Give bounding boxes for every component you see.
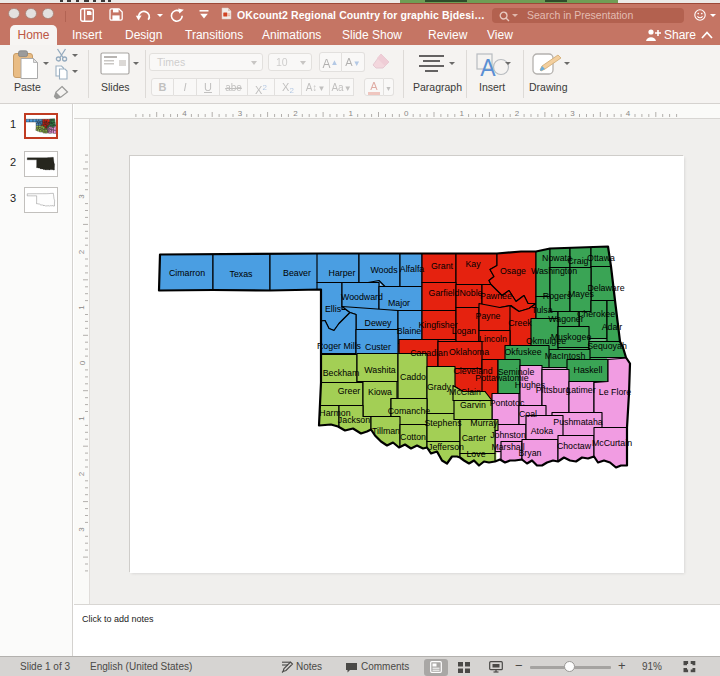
svg-text:3: 3 [238, 109, 243, 118]
svg-text:Osage: Osage [500, 266, 526, 276]
svg-text:Woodward: Woodward [341, 292, 383, 302]
svg-text:Oklahoma: Oklahoma [449, 347, 489, 357]
svg-text:Okfuskee: Okfuskee [504, 347, 541, 357]
svg-text:Sequoyah: Sequoyah [587, 341, 627, 351]
svg-text:Harper: Harper [329, 268, 356, 278]
svg-text:0: 0 [404, 109, 409, 118]
svg-text:3: 3 [78, 527, 87, 532]
svg-text:Tillman: Tillman [372, 426, 400, 436]
svg-text:Ottawa: Ottawa [587, 253, 615, 263]
svg-text:1: 1 [459, 109, 464, 118]
svg-text:MacIntosh: MacIntosh [545, 351, 586, 361]
svg-text:3: 3 [570, 109, 575, 118]
svg-text:Stephens: Stephens [424, 418, 462, 428]
svg-text:Johnston: Johnston [490, 430, 526, 440]
svg-text:Pushmataha: Pushmataha [553, 417, 602, 427]
svg-text:3: 3 [78, 194, 87, 199]
svg-text:Dewey: Dewey [365, 318, 392, 328]
svg-text:Alfalfa: Alfalfa [400, 264, 425, 274]
svg-text:Ellis: Ellis [325, 304, 342, 314]
svg-text:1: 1 [349, 109, 354, 118]
svg-text:Grant: Grant [431, 261, 454, 271]
svg-text:Choctaw: Choctaw [557, 441, 592, 451]
svg-text:Roger Mills: Roger Mills [317, 341, 362, 351]
svg-text:Canadian: Canadian [410, 348, 448, 358]
svg-text:Lincoln: Lincoln [479, 334, 507, 344]
svg-text:Beckham: Beckham [323, 368, 360, 378]
svg-text:Logan: Logan [452, 326, 477, 336]
svg-text:Bryan: Bryan [519, 448, 542, 458]
svg-text:Custer: Custer [365, 342, 391, 352]
svg-text:4: 4 [182, 109, 187, 118]
svg-text:Texas: Texas [230, 268, 254, 278]
svg-text:Cimarron: Cimarron [169, 268, 205, 278]
svg-text:Pawnee: Pawnee [480, 291, 512, 301]
svg-text:Kiowa: Kiowa [368, 387, 392, 397]
svg-text:Grady: Grady [427, 382, 452, 392]
svg-text:Garfield: Garfield [429, 288, 460, 298]
svg-text:Payne: Payne [476, 311, 501, 321]
svg-text:Jefferson: Jefferson [428, 442, 464, 452]
svg-text:Craig: Craig [567, 256, 588, 266]
svg-text:Caddo: Caddo [400, 372, 426, 382]
svg-text:Woods: Woods [370, 265, 398, 275]
svg-text:Washita: Washita [364, 365, 396, 375]
svg-text:Adair: Adair [602, 322, 623, 332]
svg-text:Atoka: Atoka [531, 426, 554, 436]
svg-text:Beaver: Beaver [283, 268, 311, 278]
svg-text:2: 2 [515, 109, 520, 118]
svg-text:Haskell: Haskell [574, 365, 603, 375]
svg-text:Greer: Greer [338, 386, 361, 396]
svg-text:Latimer: Latimer [566, 385, 595, 395]
svg-text:0: 0 [78, 360, 87, 365]
svg-text:Washington: Washington [531, 266, 577, 276]
svg-text:A: A [480, 55, 496, 78]
svg-text:Major: Major [388, 298, 410, 308]
svg-text:Love: Love [466, 449, 485, 459]
svg-text:2: 2 [78, 249, 87, 254]
svg-text:McCurtain: McCurtain [592, 438, 632, 448]
svg-text:1: 1 [78, 416, 87, 421]
svg-text:2: 2 [293, 109, 298, 118]
svg-text:Wagoner: Wagoner [548, 314, 583, 324]
svg-text:Coal: Coal [519, 409, 537, 419]
svg-text:Garvin: Garvin [460, 400, 486, 410]
svg-text:Creek: Creek [508, 318, 532, 328]
svg-text:Cotton: Cotton [400, 432, 426, 442]
svg-text:McClain: McClain [449, 387, 481, 397]
svg-text:Comanche: Comanche [388, 406, 431, 416]
svg-text:Pontotoc: Pontotoc [490, 398, 525, 408]
svg-text:Jackson: Jackson [338, 415, 370, 425]
svg-text:4: 4 [626, 109, 631, 118]
svg-text:1: 1 [78, 305, 87, 310]
svg-text:Murray: Murray [470, 418, 498, 428]
svg-text:Mayes: Mayes [568, 289, 595, 299]
svg-text:Muskogee: Muskogee [551, 332, 592, 342]
svg-text:Le Flore: Le Flore [599, 387, 631, 397]
svg-text:2: 2 [78, 471, 87, 476]
svg-text:Pittsburg: Pittsburg [536, 385, 571, 395]
svg-text:Seminole: Seminole [498, 367, 535, 377]
svg-text:Carter: Carter [462, 433, 487, 443]
svg-text:Kay: Kay [465, 259, 481, 269]
